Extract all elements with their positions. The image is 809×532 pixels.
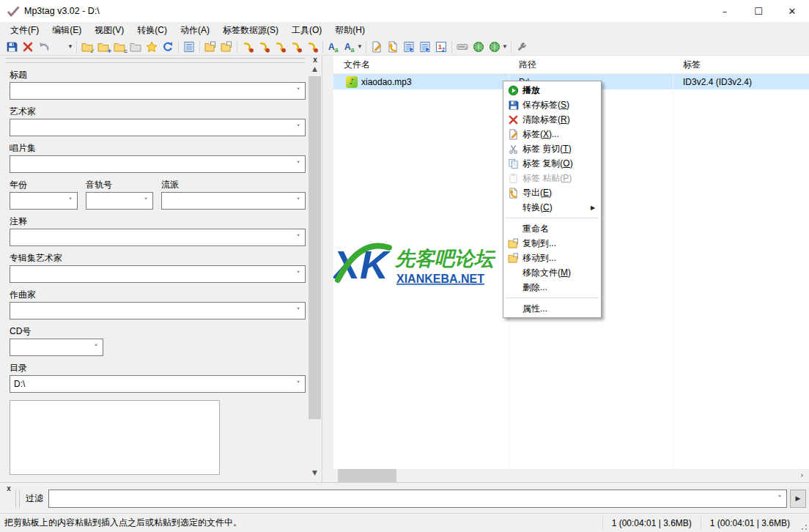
- column-header[interactable]: 路径: [509, 56, 673, 73]
- panel-splitter[interactable]: [322, 56, 333, 482]
- convert-textfile-tag-icon[interactable]: [288, 40, 304, 54]
- convert-filename-filename-icon[interactable]: [272, 40, 288, 54]
- convert-tag-tag-icon[interactable]: [304, 40, 320, 54]
- context-menu-item[interactable]: 标签(X)...: [503, 127, 601, 141]
- chevron-down-icon[interactable]: ˅: [292, 160, 305, 169]
- move-files-icon[interactable]: [218, 40, 234, 54]
- context-menu-item[interactable]: 转换(C)▶: [503, 200, 601, 215]
- column-header[interactable]: 文件名: [333, 56, 509, 73]
- tag-field-combo[interactable]: ˅: [86, 192, 153, 210]
- actions-icon[interactable]: [325, 40, 341, 54]
- remove-tag-icon[interactable]: [20, 40, 36, 54]
- tag-panel-scrollbar[interactable]: ▲ ▼: [309, 63, 321, 479]
- undo-icon[interactable]: [36, 40, 52, 54]
- menubar-item[interactable]: 帮助(H): [328, 22, 372, 39]
- horizontal-scrollbar[interactable]: ‹ ›: [333, 469, 809, 482]
- scrollbar-thumb[interactable]: [338, 469, 396, 482]
- context-menu-item[interactable]: 保存标签(S): [503, 97, 601, 112]
- chevron-down-icon[interactable]: ˅: [773, 495, 786, 503]
- context-menu-item[interactable]: 移动到...: [503, 251, 601, 265]
- chevron-down-icon[interactable]: ˅: [292, 234, 305, 242]
- tag-field-combo[interactable]: ˅: [161, 192, 306, 210]
- minimize-button[interactable]: –: [708, 0, 742, 22]
- menubar-item[interactable]: 标签数据源(S): [216, 22, 285, 39]
- tag-field-combo[interactable]: ˅: [10, 82, 306, 100]
- menubar-item[interactable]: 转换(C): [130, 22, 174, 39]
- add-directory-icon[interactable]: +: [95, 40, 111, 54]
- chevron-down-icon[interactable]: ˅: [292, 87, 305, 95]
- context-menu-item[interactable]: 导出(E): [503, 185, 601, 200]
- filter-input[interactable]: ˅: [48, 489, 787, 508]
- playlist-icon[interactable]: [401, 40, 417, 54]
- tag-field-combo[interactable]: ˅: [10, 155, 306, 173]
- menubar-item[interactable]: 视图(V): [88, 22, 130, 39]
- chevron-down-icon[interactable]: ˅: [292, 307, 305, 315]
- context-menu-item[interactable]: 复制到...: [503, 236, 601, 251]
- cover-art-box[interactable]: [10, 400, 220, 475]
- scroll-right-icon[interactable]: ›: [796, 469, 808, 482]
- playlist-all-icon[interactable]: [417, 40, 433, 54]
- tag-field-combo[interactable]: ˅: [10, 119, 306, 136]
- context-menu-item-label: 复制到...: [522, 237, 601, 250]
- context-menu-item[interactable]: 移除文件(M): [503, 265, 601, 280]
- tag-field: 专辑集艺术家˅: [10, 252, 306, 283]
- tag-field-combo[interactable]: ˅: [10, 302, 306, 319]
- chevron-down-icon[interactable]: ˅: [139, 197, 152, 205]
- copy-files-icon[interactable]: [202, 40, 218, 54]
- favorites-icon[interactable]: [144, 40, 160, 54]
- scroll-up-icon[interactable]: ▲: [309, 63, 321, 75]
- filter-close-icon[interactable]: x: [4, 484, 13, 493]
- cd-icon[interactable]: [454, 40, 470, 54]
- column-divider[interactable]: [673, 73, 673, 469]
- tag-field-combo[interactable]: ˅: [10, 339, 103, 356]
- context-menu-item[interactable]: 清除标签(R): [503, 112, 601, 127]
- context-menu-item[interactable]: 播放: [503, 83, 601, 97]
- maximize-button[interactable]: ☐: [742, 0, 775, 22]
- filter-apply-button[interactable]: ▶: [790, 489, 806, 508]
- change-directory-icon[interactable]: ✓: [79, 40, 95, 54]
- edit-tag-icon[interactable]: [369, 40, 385, 54]
- resize-grip[interactable]: [799, 514, 809, 532]
- add-library-icon[interactable]: ≡: [111, 40, 128, 54]
- menubar-item[interactable]: 动作(A): [174, 22, 216, 39]
- chevron-down-icon[interactable]: ˅: [292, 380, 305, 388]
- context-menu-item[interactable]: 属性...: [503, 301, 601, 316]
- chevron-down-icon[interactable]: ˅: [292, 270, 305, 278]
- tag-panel-icon[interactable]: [181, 40, 197, 54]
- context-menu-item[interactable]: 标签 复制(O): [503, 156, 601, 171]
- menubar-item[interactable]: 文件(F): [4, 22, 45, 39]
- scroll-left-icon[interactable]: ‹: [333, 469, 337, 482]
- context-menu-item[interactable]: 重命名: [503, 221, 601, 236]
- convert-filename-tag-icon[interactable]: [256, 40, 272, 54]
- tag-field-combo[interactable]: ˅: [10, 192, 78, 210]
- chevron-down-icon[interactable]: ˅: [292, 124, 305, 132]
- refresh-icon[interactable]: [160, 40, 176, 54]
- chevron-down-icon[interactable]: ˅: [89, 344, 103, 352]
- chevron-down-icon[interactable]: ˅: [64, 197, 77, 205]
- websource-dropdown-icon[interactable]: [487, 40, 503, 54]
- chevron-down-icon[interactable]: ˅: [292, 197, 305, 205]
- autonumber-icon[interactable]: [433, 40, 449, 54]
- scroll-down-icon[interactable]: ▼: [309, 467, 321, 479]
- tag-field-label: 标题: [10, 69, 306, 80]
- save-tag-icon[interactable]: [4, 40, 20, 54]
- context-menu-item[interactable]: 删除...: [503, 280, 601, 295]
- close-button[interactable]: ✕: [775, 0, 809, 22]
- actions-quick-dropdown-icon[interactable]: [341, 40, 358, 54]
- column-header[interactable]: 标签: [673, 56, 809, 73]
- favorite-directories-icon[interactable]: [128, 40, 144, 54]
- tag-field-combo[interactable]: ˅: [10, 265, 306, 283]
- menubar-item[interactable]: 工具(O): [285, 22, 328, 39]
- tag-panel-grip[interactable]: [6, 58, 305, 63]
- menubar-item[interactable]: 编辑(E): [45, 22, 88, 39]
- undo-dropdown-icon[interactable]: [52, 40, 68, 54]
- tag-field-combo[interactable]: D:\˅: [10, 375, 306, 393]
- tag-field-combo[interactable]: ˅: [10, 229, 306, 246]
- options-icon[interactable]: [514, 40, 530, 54]
- export-icon[interactable]: [385, 40, 401, 54]
- filter-grip[interactable]: [15, 490, 20, 508]
- scrollbar-thumb[interactable]: [309, 76, 321, 419]
- context-menu-item[interactable]: 标签 剪切(T): [503, 141, 601, 156]
- websource-icon[interactable]: [470, 40, 487, 54]
- convert-tag-filename-icon[interactable]: [240, 40, 256, 54]
